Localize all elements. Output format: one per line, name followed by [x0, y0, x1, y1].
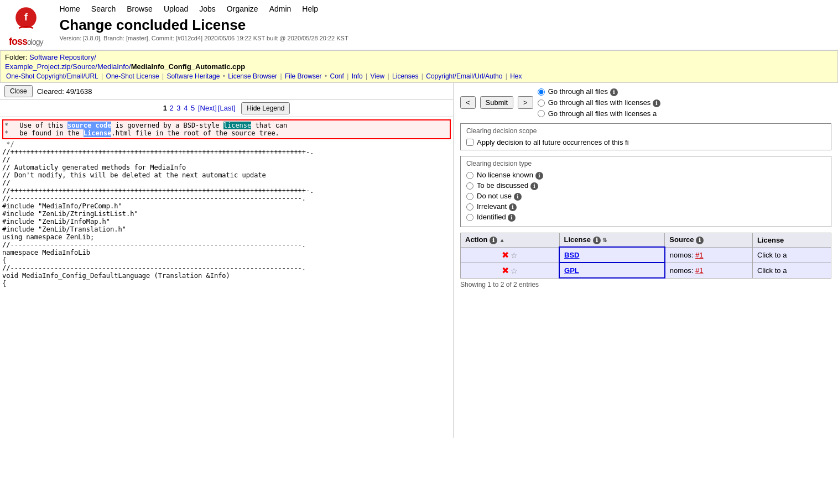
page-2[interactable]: 2	[169, 104, 173, 112]
page-5[interactable]: 5	[191, 104, 195, 112]
subnav-view[interactable]: View	[370, 72, 384, 80]
click-cell-2[interactable]: Click to a	[752, 262, 831, 278]
table-row: ✖ ☆ BSD nomos: #1 Click to a	[461, 247, 831, 262]
subnav-info[interactable]: Info	[352, 72, 363, 80]
nav-controls: < Submit > Go through all files ℹ Go thr…	[460, 87, 831, 118]
title-area: (function(){ const navData = ["Home","Se…	[59, 4, 829, 41]
subnav: One-Shot Copyright/Email/URL | One-Shot …	[5, 72, 833, 80]
apply-decision-checkbox[interactable]	[466, 139, 473, 146]
info-icon-irr[interactable]: ℹ	[509, 203, 517, 211]
license-link-gpl[interactable]: GPL	[564, 266, 579, 275]
nav-item-jobs[interactable]: Jobs	[199, 4, 216, 13]
fossology-logo: f	[9, 4, 43, 38]
subnav-conf[interactable]: Conf	[330, 72, 343, 80]
radio-files-licenses-a[interactable]	[538, 110, 545, 117]
action-cell-1: ✖ ☆	[461, 247, 560, 262]
clearing-type-section: Clearing decision type No license known …	[460, 156, 831, 227]
radio-files-licenses-a-label: Go through all files with licenses a	[548, 109, 657, 118]
click-cell-1[interactable]: Click to a	[752, 247, 831, 262]
license-cell-2: GPL	[559, 262, 665, 278]
subnav-license-browser[interactable]: License Browser	[228, 72, 277, 80]
right-panel: < Submit > Go through all files ℹ Go thr…	[454, 83, 838, 438]
page-title: Change concluded License	[59, 17, 829, 34]
col-license2: License	[752, 233, 831, 248]
apply-decision-label: Apply decision to all future occurrences…	[466, 138, 825, 146]
col-action-sort[interactable]: ▲	[499, 237, 505, 243]
page-next[interactable]: [Next]	[198, 104, 217, 112]
star-btn-1[interactable]: ☆	[511, 251, 518, 260]
left-panel: Close Cleared: 49/1638 1 2 3 4 5 [Next][…	[0, 83, 454, 438]
info-icon-tbd[interactable]: ℹ	[530, 182, 538, 190]
subnav-file-browser[interactable]: File Browser	[285, 72, 322, 80]
page-3[interactable]: 3	[176, 104, 180, 112]
col-source: Source ℹ	[665, 233, 753, 248]
hide-legend-button[interactable]: Hide Legend	[241, 102, 290, 114]
info-icon-dnu[interactable]: ℹ	[514, 193, 522, 201]
subnav-oneshot-copy[interactable]: One-Shot Copyright/Email/URL	[6, 72, 98, 80]
nav-item-organize[interactable]: Organize	[227, 4, 258, 13]
info-icon-id[interactable]: ℹ	[508, 214, 516, 222]
subnav-copyright[interactable]: Copyright/Email/Url/Autho	[426, 72, 502, 80]
remove-btn-2[interactable]: ✖	[502, 266, 509, 275]
page-4[interactable]: 4	[184, 104, 188, 112]
info-icon-nl[interactable]: ℹ	[535, 172, 543, 180]
radio-all-files[interactable]	[538, 88, 545, 96]
col-license: License ℹ ⇅	[559, 233, 665, 248]
folder-label: Folder:	[5, 53, 27, 61]
clearing-type-title: Clearing decision type	[466, 160, 825, 167]
license-link-bsd[interactable]: BSD	[564, 251, 579, 259]
svg-text:f: f	[24, 11, 28, 23]
subnav-hex[interactable]: Hex	[510, 72, 522, 80]
nav-item-search[interactable]: Search	[91, 4, 116, 13]
source-cell-2: nomos: #1	[665, 262, 753, 278]
nav-item-browse[interactable]: Browse	[127, 4, 153, 13]
close-button[interactable]: Close	[4, 85, 33, 97]
radio-all-files-label: Go through all files ℹ	[548, 87, 618, 96]
toolbar: Close Cleared: 49/1638	[0, 83, 453, 100]
next-button[interactable]: >	[518, 96, 533, 109]
nav-item-home[interactable]: Home	[59, 4, 80, 13]
file-nav-radio-group: Go through all files ℹ Go through all fi…	[538, 87, 660, 118]
subnav-licenses[interactable]: Licenses	[392, 72, 418, 80]
code-view[interactable]: * Use of this source code is governed by…	[0, 117, 453, 438]
col-license-info[interactable]: ℹ	[593, 237, 601, 244]
subnav-oneshot-lic[interactable]: One-Shot License	[106, 72, 159, 80]
radio-files-with-licenses[interactable]	[538, 99, 545, 107]
radio-irrelevant[interactable]	[466, 203, 473, 211]
source-cell-1: nomos: #1	[665, 247, 753, 262]
page-last[interactable]: [Last]	[218, 104, 236, 112]
pagination: 1 2 3 4 5 [Next][Last] Hide Legend	[0, 100, 453, 117]
radio-identified[interactable]	[466, 214, 473, 221]
subnav-software-heritage[interactable]: Software Heritage	[166, 72, 220, 80]
col-action-info[interactable]: ℹ	[490, 237, 497, 244]
prev-button[interactable]: <	[460, 96, 476, 109]
nav-item-upload[interactable]: Upload	[164, 4, 188, 13]
showing-info: Showing 1 to 2 of 2 entries	[460, 281, 831, 288]
radio-do-not-use[interactable]	[466, 193, 473, 200]
remove-btn-1[interactable]: ✖	[502, 250, 509, 260]
radio-to-be-discussed[interactable]	[466, 182, 473, 190]
col-license-sort[interactable]: ⇅	[602, 237, 607, 243]
info-icon-1[interactable]: ℹ	[610, 88, 618, 96]
nav-item-help[interactable]: Help	[302, 4, 318, 13]
submit-button[interactable]: Submit	[480, 96, 513, 109]
clearing-scope-section: Clearing decision scope Apply decision t…	[460, 123, 831, 150]
star-btn-2[interactable]: ☆	[511, 266, 518, 275]
col-action: Action ℹ ▲	[461, 233, 560, 248]
nomos-link-1[interactable]: #1	[695, 251, 703, 259]
main-nav: (function(){ const navData = ["Home","Se…	[59, 4, 829, 13]
radio-no-license[interactable]	[466, 172, 473, 179]
col-source-info[interactable]: ℹ	[696, 237, 704, 244]
highlighted-block: * Use of this source code is governed by…	[2, 119, 451, 139]
nomos-link-2[interactable]: #1	[695, 266, 703, 275]
action-cell-2: ✖ ☆	[461, 262, 560, 278]
license-cell-1: BSD	[559, 247, 665, 262]
license-table: Action ℹ ▲ License ℹ ⇅ Source ℹ License	[460, 233, 831, 279]
file-path-link[interactable]: Example_Project.zip/Source/MediaInfo/	[5, 62, 131, 71]
table-row: ✖ ☆ GPL nomos: #1 Click to a	[461, 262, 831, 278]
folder-link[interactable]: Software Repository/	[29, 53, 96, 61]
breadcrumb-area: Folder: Software Repository/ Example_Pro…	[0, 50, 838, 83]
info-icon-2[interactable]: ℹ	[653, 99, 660, 107]
current-page: 1	[163, 104, 167, 112]
nav-item-admin[interactable]: Admin	[269, 4, 292, 13]
